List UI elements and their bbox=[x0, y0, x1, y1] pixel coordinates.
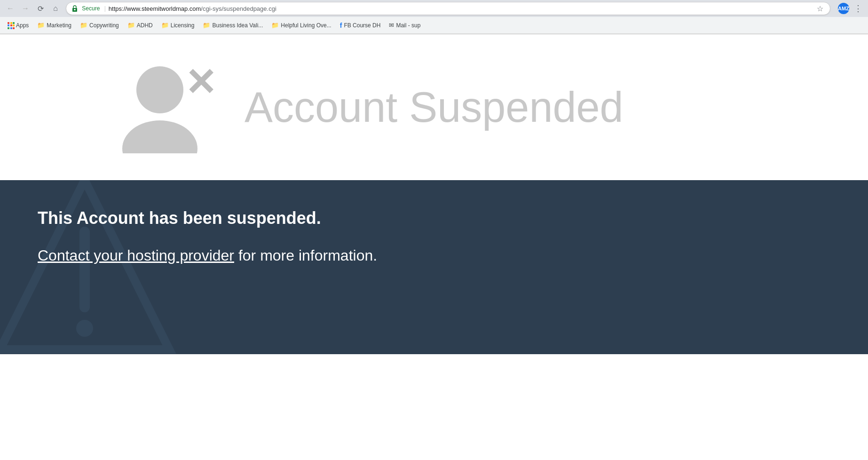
contact-message: Contact your hosting provider for more i… bbox=[38, 247, 830, 264]
secure-label: Secure bbox=[82, 5, 100, 12]
contact-message-suffix: for more information. bbox=[234, 247, 377, 264]
bookmark-apps[interactable]: Apps bbox=[4, 20, 32, 31]
svg-rect-1 bbox=[74, 9, 76, 10]
bookmark-marketing[interactable]: 📁 Marketing bbox=[33, 20, 75, 31]
suspended-message: This Account has been suspended. bbox=[38, 208, 830, 228]
url-path: /cgi-sys/suspendedpage.cgi bbox=[201, 5, 276, 12]
bottom-section: This Account has been suspended. Contact… bbox=[0, 180, 868, 354]
apps-grid-icon bbox=[8, 22, 14, 29]
warning-triangle-bg bbox=[0, 180, 179, 354]
bookmark-fb-course-label: FB Course DH bbox=[344, 22, 380, 29]
fb-favicon-icon: f bbox=[340, 22, 342, 29]
svg-point-3 bbox=[122, 120, 197, 153]
top-section: ✕ Account Suspended bbox=[0, 34, 868, 180]
bookmark-star-button[interactable]: ☆ bbox=[816, 3, 824, 14]
folder-icon: 📁 bbox=[203, 22, 210, 29]
title-bar: ← → ⟳ ⌂ Secure | https://www.steemitworl… bbox=[0, 0, 868, 17]
folder-icon: 📁 bbox=[161, 22, 169, 29]
bookmark-marketing-label: Marketing bbox=[47, 22, 71, 29]
svg-point-6 bbox=[76, 320, 93, 337]
forward-button[interactable]: → bbox=[19, 2, 32, 15]
bookmarks-bar: Apps 📁 Marketing 📁 Copywriting 📁 ADHD 📁 … bbox=[0, 17, 868, 34]
bookmark-adhd-label: ADHD bbox=[137, 22, 153, 29]
folder-icon: 📁 bbox=[80, 22, 87, 29]
bookmark-helpful-living-label: Helpful Living Ove... bbox=[281, 22, 331, 29]
contact-link[interactable]: Contact your hosting provider bbox=[38, 247, 234, 264]
profile-button[interactable]: AMZ bbox=[838, 3, 849, 14]
back-button[interactable]: ← bbox=[4, 2, 17, 15]
bookmark-helpful-living[interactable]: 📁 Helpful Living Ove... bbox=[268, 20, 335, 31]
address-text: https://www.steemitworldmap.com/cgi-sys/… bbox=[109, 5, 813, 12]
bookmark-apps-label: Apps bbox=[16, 22, 29, 29]
mail-favicon-icon: ✉ bbox=[389, 22, 394, 29]
user-icon-container: ✕ bbox=[118, 59, 202, 155]
chrome-menu-button[interactable]: ⋮ bbox=[852, 2, 864, 15]
bookmark-copywriting[interactable]: 📁 Copywriting bbox=[76, 20, 123, 31]
bookmark-business-idea-label: Business Idea Vali... bbox=[212, 22, 263, 29]
url-domain: https://www.steemitworldmap.com bbox=[109, 5, 201, 12]
footer-space bbox=[0, 354, 868, 401]
folder-icon: 📁 bbox=[271, 22, 279, 29]
home-button[interactable]: ⌂ bbox=[49, 2, 62, 15]
browser-chrome: ← → ⟳ ⌂ Secure | https://www.steemitworl… bbox=[0, 0, 868, 34]
bookmark-business-idea[interactable]: 📁 Business Idea Vali... bbox=[199, 20, 267, 31]
bookmark-mail-label: Mail - sup bbox=[396, 22, 420, 29]
folder-icon: 📁 bbox=[127, 22, 135, 29]
secure-icon: Secure | bbox=[72, 5, 106, 12]
reload-button[interactable]: ⟳ bbox=[34, 2, 47, 15]
bookmark-licensing[interactable]: 📁 Licensing bbox=[158, 20, 198, 31]
folder-icon: 📁 bbox=[37, 22, 45, 29]
svg-point-2 bbox=[136, 66, 183, 113]
nav-buttons: ← → ⟳ ⌂ bbox=[4, 2, 62, 15]
page-content: ✕ Account Suspended This Account has bee… bbox=[0, 34, 868, 444]
bookmark-copywriting-label: Copywriting bbox=[89, 22, 119, 29]
suspended-title: Account Suspended bbox=[245, 83, 623, 132]
x-mark-icon: ✕ bbox=[185, 64, 216, 102]
bookmark-fb-course[interactable]: f FB Course DH bbox=[336, 20, 385, 31]
bookmark-adhd[interactable]: 📁 ADHD bbox=[124, 20, 157, 31]
bookmark-mail[interactable]: ✉ Mail - sup bbox=[385, 20, 424, 31]
bookmark-licensing-label: Licensing bbox=[171, 22, 195, 29]
address-bar[interactable]: Secure | https://www.steemitworldmap.com… bbox=[66, 2, 830, 15]
